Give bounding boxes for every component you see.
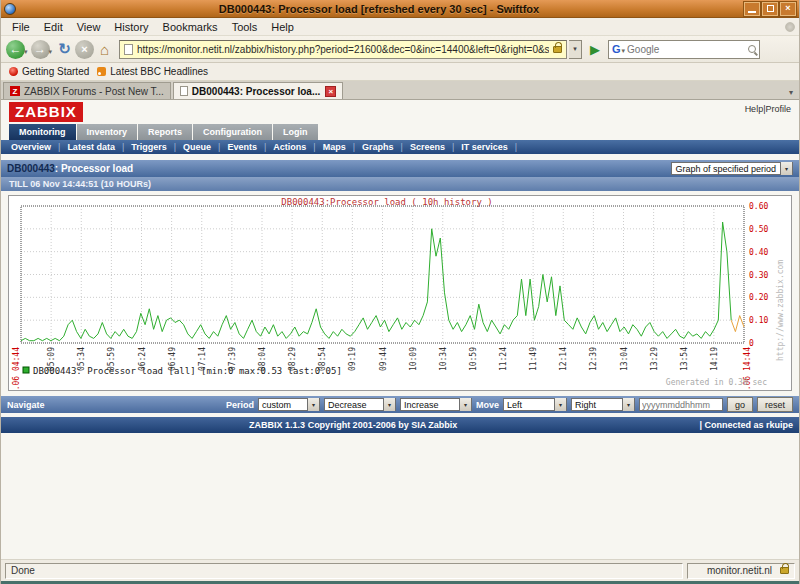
site-identity: monitor.netit.nl [687,563,795,579]
search-box[interactable]: G ▾ [608,40,760,59]
copyright-text: ZABBIX 1.1.3 Copyright 2001-2006 by SIA … [7,420,699,430]
item-title: : Processor load [55,163,133,174]
menu-edit[interactable]: Edit [37,19,70,35]
back-dropdown-icon[interactable]: ▾ [24,48,28,56]
svg-text:0.10: 0.10 [749,316,768,325]
header-links: Help|Profile [745,102,791,114]
tab-processor-load[interactable]: DB000443: Processor loa... × [173,82,343,99]
go-button[interactable]: ▶ [586,40,604,58]
zabbix-favicon: Z [10,86,20,96]
chevron-down-icon: ▾ [622,398,634,411]
increase-select[interactable]: Increase ▾ [400,398,472,411]
svg-text:Generated in 0.30 sec: Generated in 0.30 sec [666,378,767,387]
subnav-it-services[interactable]: IT services [461,142,508,152]
zabbix-logo[interactable]: ZABBIX [9,102,83,122]
search-engine-dropdown[interactable]: ▾ [622,47,626,55]
menu-view[interactable]: View [70,19,108,35]
menu-tools[interactable]: Tools [225,19,265,35]
chevron-down-icon: ▾ [459,398,471,411]
chevron-down-icon: ▾ [383,398,395,411]
subnav-queue[interactable]: Queue [183,142,211,152]
browser-window: DB000443: Processor load [refreshed ever… [0,0,800,584]
home-button[interactable]: ⌂ [95,40,114,59]
svg-text:13:04: 13:04 [620,347,629,371]
menu-bar: File Edit View History Bookmarks Tools H… [1,18,799,36]
subnav-screens[interactable]: Screens [410,142,445,152]
time-input[interactable] [639,398,723,411]
subnav-events[interactable]: Events [227,142,257,152]
svg-text:10:09: 10:09 [409,347,418,371]
svg-text:14:19: 14:19 [710,347,719,371]
item-host: DB000443 [7,163,55,174]
item-title-bar: DB000443 : Processor load Graph of speci… [1,160,799,177]
rss-icon [97,67,106,76]
subnav-overview[interactable]: Overview [11,142,51,152]
stop-button[interactable]: × [75,40,94,59]
menu-file[interactable]: File [5,19,37,35]
tab-strip: Z ZABBIX Forums - Post New T... DB000443… [1,81,799,100]
svg-text:13:29: 13:29 [650,347,659,371]
tab-monitoring[interactable]: Monitoring [9,124,76,140]
maximize-icon [767,5,774,12]
status-bar: Done monitor.netit.nl [1,559,799,581]
throbber-icon [785,22,795,32]
tab-list-dropdown[interactable]: ▾ [785,88,797,99]
tab-close-button[interactable]: × [325,86,336,97]
subnav-graphs[interactable]: Graphs [362,142,394,152]
graph-svg: DB000443:Processor load ( 10h history )0… [9,196,793,390]
bookmark-label: Latest BBC Headlines [110,66,208,77]
tab-inventory[interactable]: Inventory [77,124,138,140]
svg-text:DB000443: Processor load [all]: DB000443: Processor load [all] [min:0 ma… [33,366,342,376]
period-select[interactable]: custom ▾ [258,398,320,411]
close-button[interactable]: × [780,2,796,16]
window-title: DB000443: Processor load [refreshed ever… [16,3,742,15]
move-right-select[interactable]: Right ▾ [571,398,635,411]
reset-button[interactable]: reset [757,397,793,412]
url-history-dropdown[interactable]: ▾ [569,40,582,59]
lock-icon [553,46,562,53]
search-input[interactable] [627,44,748,55]
minimize-button[interactable] [744,2,760,16]
move-left-select[interactable]: Left ▾ [503,398,567,411]
subnav-triggers[interactable]: Triggers [131,142,167,152]
page-content: ZABBIX Help|Profile Monitoring Inventory… [1,100,799,559]
back-button[interactable]: ← [6,40,25,59]
navigate-controls: Period custom ▾ Decrease ▾ Increase ▾ Mo… [226,397,793,412]
move-label: Move [476,400,499,410]
graph-type-select[interactable]: Graph of specified period ▾ [671,162,793,175]
bookmark-getting-started[interactable]: Getting Started [7,65,95,78]
subnav-separator: | [313,142,315,152]
profile-link[interactable]: Profile [765,104,791,114]
history-graph[interactable]: DB000443:Processor load ( 10h history )0… [8,195,792,391]
svg-text:0.50: 0.50 [749,225,768,234]
go-button[interactable]: go [727,397,753,412]
svg-text:0.40: 0.40 [749,248,768,257]
tab-reports[interactable]: Reports [138,124,192,140]
menu-history[interactable]: History [107,19,155,35]
svg-text:http://www.zabbix.com: http://www.zabbix.com [776,260,785,361]
subnav-actions[interactable]: Actions [273,142,306,152]
subnav-separator: | [122,142,124,152]
url-bar[interactable]: https://monitor.netit.nl/zabbix/history.… [119,40,567,59]
ssl-lock-icon [780,567,789,574]
tab-login[interactable]: Login [273,124,318,140]
menu-bookmarks[interactable]: Bookmarks [156,19,225,35]
swiftfox-app-icon [4,3,16,15]
subnav-latest-data[interactable]: Latest data [67,142,115,152]
maximize-button[interactable] [762,2,778,16]
bookmark-label: Getting Started [22,66,89,77]
subnav-maps[interactable]: Maps [323,142,346,152]
subnav-separator: | [353,142,355,152]
help-link[interactable]: Help [745,104,764,114]
period-label: Period [226,400,254,410]
reload-button[interactable]: ↻ [55,40,74,59]
tab-zabbix-forums[interactable]: Z ZABBIX Forums - Post New T... [3,82,171,99]
forward-button[interactable]: → [31,40,50,59]
menu-help[interactable]: Help [264,19,301,35]
bookmark-bbc-headlines[interactable]: Latest BBC Headlines [95,65,214,78]
subnav-separator: | [515,142,517,152]
decrease-select[interactable]: Decrease ▾ [324,398,396,411]
tab-configuration[interactable]: Configuration [193,124,272,140]
svg-text:0.20: 0.20 [749,293,768,302]
forward-dropdown-icon[interactable]: ▾ [49,48,53,56]
